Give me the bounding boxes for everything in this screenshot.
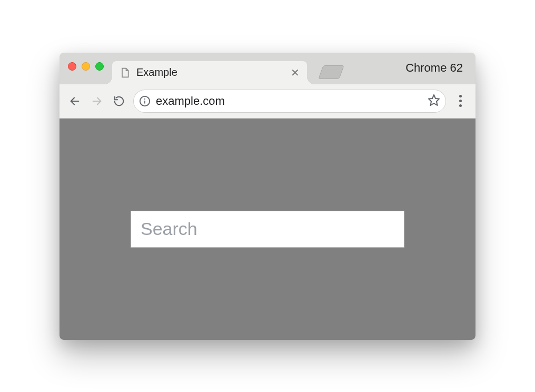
- window-zoom-button[interactable]: [95, 62, 104, 71]
- new-tab-button[interactable]: [318, 65, 344, 79]
- dots-icon: [459, 95, 462, 97]
- search-input[interactable]: [131, 211, 404, 248]
- forward-button[interactable]: [89, 93, 105, 109]
- menu-button[interactable]: [452, 95, 468, 107]
- address-bar[interactable]: [133, 90, 446, 113]
- page-icon: [120, 67, 130, 79]
- titlebar: Example ✕ Chrome 62: [60, 53, 475, 84]
- page-content: [60, 119, 475, 340]
- svg-point-4: [144, 98, 145, 99]
- window-minimize-button[interactable]: [82, 62, 90, 71]
- toolbar: [60, 84, 475, 119]
- window-close-button[interactable]: [68, 62, 76, 71]
- svg-marker-5: [429, 95, 439, 105]
- tab-close-icon[interactable]: ✕: [291, 67, 300, 78]
- window-controls: [68, 62, 104, 71]
- browser-tab[interactable]: Example ✕: [112, 61, 307, 84]
- back-button[interactable]: [67, 93, 83, 109]
- tab-title: Example: [136, 66, 284, 79]
- browser-window: Example ✕ Chrome 62: [60, 53, 475, 340]
- browser-version-label: Chrome 62: [405, 61, 463, 75]
- bookmark-star-icon[interactable]: [428, 94, 440, 109]
- reload-button[interactable]: [111, 93, 127, 109]
- site-info-icon[interactable]: [139, 95, 151, 107]
- url-input[interactable]: [156, 94, 422, 108]
